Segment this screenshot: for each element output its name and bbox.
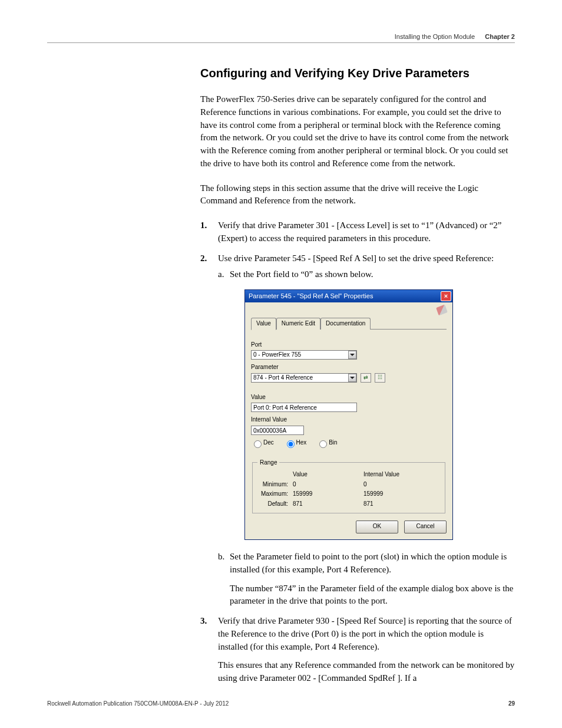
range-max-value: 159999 [293, 490, 363, 499]
port-group: Port 0 - PowerFlex 755 Parameter 8 [251, 341, 447, 383]
header-section: Installing the Option Module [395, 33, 475, 40]
radix-radios: Dec Hex Bin [251, 439, 447, 448]
toolbar-row [251, 306, 447, 318]
tab-documentation[interactable]: Documentation [320, 318, 371, 330]
step-3: 3. Verify that drive Parameter 930 - [Sp… [200, 615, 515, 685]
range-min-value: 0 [293, 480, 363, 489]
step-2b: b. Set the Parameter field to point to t… [218, 551, 515, 608]
step-3-note: This ensures that any Reference commande… [218, 659, 515, 685]
internal-value-label: Internal Value [251, 416, 447, 424]
step-3-text: Verify that drive Parameter 930 - [Speed… [218, 616, 512, 651]
dialog-body: Value Numeric Edit Documentation Port 0 … [245, 302, 452, 539]
dialog-titlebar[interactable]: Parameter 545 - "Spd Ref A Sel" Properti… [245, 290, 452, 302]
parameter-select[interactable]: 874 - Port 4 Reference [251, 373, 357, 383]
intro-paragraph-1: The PowerFlex 750-Series drive can be se… [200, 93, 515, 170]
page-footer: Rockwell Automation Publication 750COM-U… [47, 700, 515, 707]
range-fieldset: Range Value Internal Value Minimum: 0 0 … [252, 459, 445, 514]
dialog-buttons: OK Cancel [251, 521, 447, 533]
range-col-value: Value [293, 470, 363, 479]
ok-button[interactable]: OK [356, 521, 398, 533]
footer-page-number: 29 [508, 700, 515, 707]
range-legend: Range [257, 459, 279, 467]
close-icon[interactable]: × [441, 291, 451, 301]
port-select[interactable]: 0 - PowerFlex 755 [251, 350, 357, 360]
port-label: Port [251, 341, 447, 350]
procedure-list: 1. Verify that drive Parameter 301 - [Ac… [200, 219, 515, 685]
range-min-internal: 0 [363, 480, 422, 489]
parameter-properties-dialog: Parameter 545 - "Spd Ref A Sel" Properti… [244, 289, 453, 540]
chevron-down-icon[interactable] [348, 374, 356, 382]
page-header: Installing the Option Module Chapter 2 [47, 33, 515, 43]
eraser-icon[interactable] [436, 305, 448, 316]
radio-bin[interactable]: Bin [316, 439, 337, 446]
range-def-value: 871 [293, 500, 363, 509]
page: Installing the Option Module Chapter 2 C… [0, 0, 562, 716]
radio-hex-label: Hex [296, 439, 307, 446]
step-2a-text: Set the Port field to “0” as shown below… [230, 269, 373, 279]
port-select-value: 0 - PowerFlex 755 [253, 350, 301, 360]
value-label: Value [251, 393, 447, 402]
parameter-select-value: 874 - Port 4 Reference [253, 373, 313, 383]
step-2-number: 2. [200, 252, 207, 265]
tabs: Value Numeric Edit Documentation [251, 318, 447, 330]
step-2-text: Use drive Parameter 545 - [Speed Ref A S… [218, 253, 494, 263]
range-min-label: Minimum: [257, 480, 293, 489]
value-textbox[interactable]: Port 0: Port 4 Reference [251, 403, 357, 412]
link-icon[interactable] [361, 373, 371, 383]
range-max-label: Maximum: [257, 490, 293, 499]
tab-value[interactable]: Value [251, 318, 276, 330]
radio-hex[interactable]: Hex [284, 439, 307, 446]
radio-bin-label: Bin [329, 439, 337, 446]
step-1: 1. Verify that drive Parameter 301 - [Ac… [200, 219, 515, 245]
content-column: Configuring and Verifying Key Drive Para… [200, 67, 515, 685]
dialog-title: Parameter 545 - "Spd Ref A Sel" Properti… [249, 292, 373, 301]
value-group: Value Port 0: Port 4 Reference Internal … [251, 393, 447, 448]
range-grid: Value Internal Value Minimum: 0 0 Maximu… [257, 470, 440, 508]
range-max-internal: 159999 [363, 490, 422, 499]
range-col-internal: Internal Value [363, 470, 422, 479]
parameter-label: Parameter [251, 363, 447, 372]
step-2b-letter: b. [218, 551, 224, 564]
radio-dec-label: Dec [263, 439, 274, 446]
cancel-button[interactable]: Cancel [404, 521, 447, 533]
browse-icon[interactable] [375, 373, 385, 383]
intro-paragraph-2: The following steps in this section assu… [200, 182, 515, 208]
range-def-label: Default: [257, 500, 293, 509]
step-2: 2. Use drive Parameter 545 - [Speed Ref … [200, 252, 515, 608]
internal-value-textbox[interactable]: 0x0000036A [251, 426, 304, 435]
footer-publication: Rockwell Automation Publication 750COM-U… [47, 700, 229, 707]
step-1-number: 1. [200, 219, 207, 232]
range-def-internal: 871 [363, 500, 422, 509]
chevron-down-icon[interactable] [348, 351, 356, 359]
tab-numeric-edit[interactable]: Numeric Edit [276, 318, 320, 330]
step-2b-text: Set the Parameter field to point to the … [230, 552, 507, 574]
step-2b-note: The number “874” in the Parameter field … [230, 582, 515, 608]
header-chapter: Chapter 2 [485, 33, 515, 40]
step-1-text: Verify that drive Parameter 301 - [Acces… [218, 220, 501, 243]
radio-dec[interactable]: Dec [251, 439, 274, 446]
section-heading: Configuring and Verifying Key Drive Para… [200, 67, 515, 80]
step-2a: a. Set the Port field to “0” as shown be… [218, 268, 515, 281]
step-2a-letter: a. [218, 268, 224, 281]
step-3-number: 3. [200, 615, 207, 628]
